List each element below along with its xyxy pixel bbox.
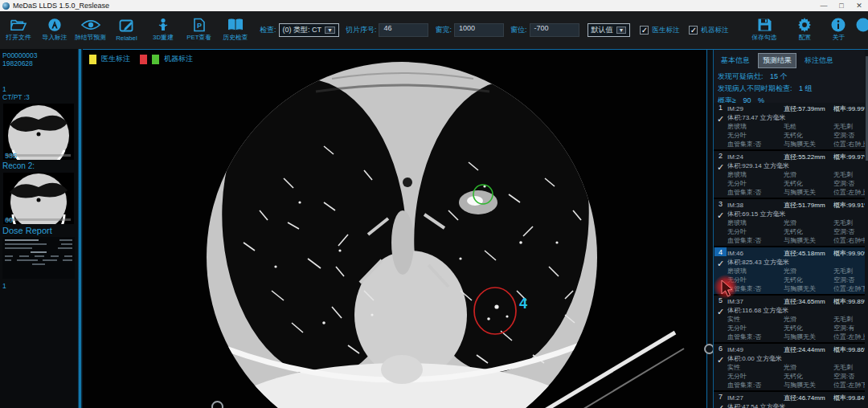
nodule-index: 4 bbox=[714, 247, 727, 256]
nodule-checkbox[interactable]: ✓ bbox=[717, 259, 724, 269]
exam-label: 检查: bbox=[260, 25, 276, 35]
nodule-checkbox[interactable]: ✓ bbox=[717, 162, 724, 173]
nodule-checkbox[interactable]: ✓ bbox=[717, 114, 724, 124]
nodule-checkbox[interactable]: ✓ bbox=[717, 355, 724, 365]
nodule-volume: 体积:69.15 立方毫米 bbox=[727, 210, 785, 218]
about-button[interactable]: 关于 bbox=[826, 18, 850, 43]
lesion-count-value: 15 个 bbox=[770, 72, 788, 80]
open-file-button[interactable]: 打开文件 bbox=[0, 18, 36, 43]
nodule-list-item[interactable]: 4 ✓ IM:46 直径:45.18mm 概率:99.90% 体积:825.43… bbox=[714, 247, 865, 296]
nodule-checkbox[interactable]: ✓ bbox=[717, 210, 724, 221]
nodule-probability: 概率:99.84% bbox=[833, 394, 865, 402]
tab-annotation-info[interactable]: 标注信息 bbox=[800, 54, 837, 67]
nodule-location: 位置:右肺上叶 bbox=[833, 140, 865, 149]
history-icon bbox=[227, 18, 244, 32]
window-level-input[interactable]: -700 bbox=[530, 23, 579, 37]
import-annotation-button[interactable]: 导入标注 bbox=[36, 18, 72, 43]
nodule-list-item[interactable]: 7 ✓ IM:27 直径:46.74mm 概率:99.84% 体积:47.54 … bbox=[714, 392, 865, 408]
history-button[interactable]: 历史检查 bbox=[217, 18, 253, 43]
followup-value: 1 组 bbox=[799, 84, 813, 92]
nodule-pleura: 与胸膜无关 bbox=[784, 188, 833, 197]
pet-view-icon: P bbox=[193, 18, 206, 32]
nodule-location: 位置:左肺上叶 bbox=[833, 188, 865, 197]
nodule-spiculation: 无毛刺 bbox=[833, 122, 865, 131]
relabel-label: Relabel bbox=[116, 34, 137, 41]
minimize-button[interactable]: — bbox=[815, 2, 833, 10]
import-annotation-label: 导入标注 bbox=[42, 33, 67, 42]
nodule-diameter: 直径:24.44mm bbox=[784, 345, 833, 354]
nodule-pleura: 与胸膜无关 bbox=[784, 333, 833, 341]
preset-select[interactable]: 默认值 ▼ bbox=[588, 23, 631, 37]
window-width-input[interactable]: 1000 bbox=[454, 23, 504, 37]
nodule-list-item[interactable]: 3 ✓ IM:38 直径:51.79mm 概率:99.91% 体积:69.15 … bbox=[714, 199, 865, 247]
rebuild-3d-button[interactable]: 3D重建 bbox=[145, 18, 181, 43]
pet-view-label: PET查看 bbox=[186, 33, 211, 42]
nodule-list-item[interactable]: 1 ✓ IM:29 直径:57.39mm 概率:99.99% 体积:73.47 … bbox=[714, 103, 865, 151]
nodule-checkbox[interactable]: ✓ bbox=[717, 307, 724, 317]
nodule-cavity: 空洞:否 bbox=[833, 227, 865, 236]
annotation-number-label: 4 bbox=[519, 296, 527, 312]
content-area: P00000003 19820628 1 CT/PT :3 535 Recon … bbox=[0, 49, 868, 408]
ct-axial-image: 4 bbox=[83, 50, 706, 408]
series-number: 1 bbox=[0, 85, 78, 93]
nodule-index: 6 bbox=[714, 344, 727, 353]
save-selection-label: 保存勾选 bbox=[751, 33, 776, 42]
about-label: 关于 bbox=[832, 33, 845, 42]
tab-basic-info[interactable]: 基本信息 bbox=[717, 54, 754, 67]
maximize-button[interactable]: □ bbox=[833, 2, 850, 10]
series-thumbnail-2[interactable]: 60 bbox=[3, 173, 74, 224]
nodule-index: 1 bbox=[714, 103, 727, 112]
nodule-pleura: 与胸膜无关 bbox=[784, 381, 833, 390]
nodule-volume: 体积:47.54 立方毫米 bbox=[727, 403, 785, 408]
nodule-lobulation: 无分叶 bbox=[727, 324, 784, 333]
dose-report-thumbnail[interactable] bbox=[2, 237, 75, 279]
doctor-annotation-checkbox[interactable]: ✓ 医生标注 bbox=[640, 26, 679, 35]
nodule-edge: 光滑 bbox=[784, 170, 833, 179]
exam-select[interactable]: (0) 类型: CT ▼ bbox=[279, 23, 339, 37]
relabel-icon bbox=[119, 18, 135, 33]
horizontal-slider-handle[interactable] bbox=[211, 401, 223, 408]
nodule-list-item[interactable]: 5 ✓ IM:37 直径:34.65mm 概率:99.89% 体积:116.68… bbox=[714, 296, 865, 344]
close-button[interactable]: ✕ bbox=[850, 2, 868, 10]
ct-viewer[interactable]: 医生标注 机器标注 bbox=[83, 50, 706, 408]
chevron-down-icon: ▼ bbox=[616, 27, 627, 34]
nodule-list-item[interactable]: 2 ✓ IM:24 直径:55.22mm 概率:99.97% 体积:929.14… bbox=[714, 151, 865, 199]
annotation-legend: 医生标注 机器标注 bbox=[89, 54, 198, 64]
nodule-lobulation: 无分叶 bbox=[727, 275, 784, 284]
series-thumbnail-1[interactable]: 535 bbox=[3, 104, 74, 160]
nodule-index: 5 bbox=[714, 296, 727, 304]
nodule-cavity: 空洞:否 bbox=[833, 372, 865, 381]
nodule-checkbox[interactable]: ✓ bbox=[717, 403, 724, 408]
result-panel: 基本信息 预测结果 标注信息 发现可疑病灶: 15 个 发现病人不同时期检查: … bbox=[713, 50, 868, 408]
nodule-vessel: 血管集束:否 bbox=[727, 140, 784, 149]
nodule-diameter: 直径:55.22mm bbox=[784, 153, 833, 161]
nodule-location: 位置:右肺中叶 bbox=[833, 236, 865, 245]
machine-annotation-checkbox[interactable]: ✓ 机器标注 bbox=[689, 26, 728, 35]
nodule-edge: 光滑 bbox=[784, 363, 833, 372]
window-width-label: 窗宽: bbox=[435, 25, 452, 35]
slice-scrollbar[interactable] bbox=[706, 50, 713, 408]
nodule-volume: 体积:0.00 立方毫米 bbox=[727, 355, 782, 362]
relabel-button[interactable]: Relabel bbox=[108, 18, 145, 42]
import-annotation-icon bbox=[47, 18, 63, 32]
nodule-index: 3 bbox=[714, 199, 727, 208]
nodule-density: 磨玻璃 bbox=[727, 218, 784, 227]
recon-series-label: Recon 2: bbox=[0, 161, 78, 170]
pet-view-button[interactable]: P PET查看 bbox=[181, 18, 217, 43]
followup-line: 发现病人不同时期检查: 1 组 bbox=[714, 83, 868, 95]
main-toolbar: 打开文件 导入标注 肺结节预测 Relabel 3D重建 P PET查看 bbox=[0, 11, 868, 49]
save-selection-button[interactable]: 保存勾选 bbox=[746, 18, 783, 43]
nodule-list[interactable]: 1 ✓ IM:29 直径:57.39mm 概率:99.99% 体积:73.47 … bbox=[714, 103, 865, 408]
config-button[interactable]: 配置 bbox=[791, 18, 818, 43]
panel-scrollbar[interactable] bbox=[865, 50, 868, 408]
svg-text:P: P bbox=[197, 22, 202, 30]
nodule-list-item[interactable]: 6 ✓ IM:49 直径:24.44mm 概率:99.86% 体积:0.00 立… bbox=[714, 344, 865, 392]
nodule-index: 7 bbox=[714, 392, 727, 401]
nodule-edge: 毛糙 bbox=[784, 122, 833, 131]
tab-prediction-result[interactable]: 预测结果 bbox=[758, 53, 796, 68]
overflow-toolbar-icon[interactable] bbox=[858, 18, 868, 32]
nodule-density: 磨玻璃 bbox=[727, 267, 784, 275]
nodule-predict-button[interactable]: 肺结节预测 bbox=[72, 18, 108, 43]
nodule-cavity: 空洞:否 bbox=[833, 131, 865, 140]
slice-input[interactable]: 46 bbox=[379, 23, 428, 37]
